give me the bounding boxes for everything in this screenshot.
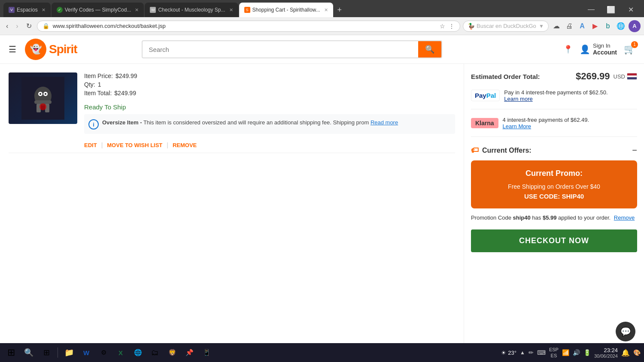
profile-button[interactable]: A xyxy=(629,20,641,32)
tab-close-verify[interactable]: ✕ xyxy=(135,7,139,13)
ext-icon-bing[interactable]: b xyxy=(603,21,613,31)
taskbar-widgets[interactable]: ⊞ xyxy=(39,345,54,360)
info-icon: i xyxy=(88,119,99,130)
taskbar-files[interactable]: 🗂 xyxy=(147,345,163,360)
date-display: 30/06/2024 xyxy=(594,353,618,359)
system-tray-up[interactable]: ▲ xyxy=(520,350,525,356)
tab-label-checkout: Checkout - Muscleology Sp... xyxy=(158,7,225,13)
locale-label: ESPES xyxy=(549,347,559,359)
search-input[interactable] xyxy=(143,42,418,57)
tab-close-checkout[interactable]: ✕ xyxy=(229,7,233,13)
remove-button[interactable]: REMOVE xyxy=(173,142,197,148)
reload-button[interactable]: ↻ xyxy=(24,20,34,32)
item-qty-value: 1 xyxy=(98,81,101,88)
keyboard-icon[interactable]: ⌨ xyxy=(537,349,546,356)
color-picker-icon[interactable]: 🎨 xyxy=(633,349,641,356)
promo-code-value: SHIP40 xyxy=(562,193,584,200)
ext-icon-globe[interactable]: 🌐 xyxy=(616,21,626,31)
taskbar-search[interactable]: 🔍 xyxy=(21,345,37,360)
promo-description: Free Shipping on Orders Over $40 xyxy=(480,183,629,190)
paypal-text-sky: Pal xyxy=(486,92,496,99)
close-button[interactable]: ✕ xyxy=(621,3,641,16)
taskbar-edge[interactable]: 🌐 xyxy=(130,345,146,360)
tag-icon: 🏷 xyxy=(471,146,479,155)
taskbar-separator xyxy=(58,347,58,358)
taskbar-right: ☀ 23° ▲ ✏ ⌨ ESPES 📶 🔊 🔋 23:24 30/06/2024… xyxy=(501,347,641,359)
ext-icon-a[interactable]: A xyxy=(577,21,587,31)
chat-bubble[interactable]: 💬 xyxy=(616,322,635,341)
ext-icon-1[interactable]: ☁ xyxy=(551,21,562,31)
klarna-learn-more-link[interactable]: Learn More xyxy=(503,123,589,130)
tab-icon-v: V xyxy=(9,7,15,13)
remove-promo-link[interactable]: Remove xyxy=(614,214,635,221)
back-button[interactable]: ‹ xyxy=(3,21,11,32)
minimize-button[interactable]: — xyxy=(581,3,601,16)
pen-icon[interactable]: ✏ xyxy=(529,349,534,356)
user-icon: 👤 xyxy=(580,44,590,54)
tab-label-verify: Verify Codes — SimplyCod... xyxy=(65,7,131,13)
collapse-offers-button[interactable]: − xyxy=(632,145,637,155)
battery-icon[interactable]: 🔋 xyxy=(583,349,591,356)
temperature: 23° xyxy=(508,350,516,356)
read-more-link[interactable]: Read more xyxy=(371,119,398,126)
tab-spirit[interactable]: S Shopping Cart - Spirithallow... ✕ xyxy=(239,3,333,17)
search-box-nav[interactable]: 🦆 Buscar en DuckDuckGo ▼ xyxy=(463,21,549,32)
taskbar-brave[interactable]: 🦁 xyxy=(164,345,180,360)
location-icon: 📍 xyxy=(563,45,573,54)
taskbar: ⊞ 🔍 ⊞ 📁 W ⚙ X 🌐 🗂 🦁 📌 📱 ☀ 23° ▲ ✏ ⌨ ESPE… xyxy=(0,343,644,362)
wifi-icon[interactable]: 📶 xyxy=(562,349,569,356)
paypal-text-blue: Pay xyxy=(475,92,486,99)
address-text: www.spirithalloween.com/checkout/basket.… xyxy=(53,23,166,29)
bookmark-icon[interactable]: ☆ xyxy=(440,23,445,30)
hamburger-menu[interactable]: ☰ xyxy=(9,44,16,54)
tab-label-spirit: Shopping Cart - Spirithallow... xyxy=(252,7,320,13)
ext-icon-adobe[interactable]: ▶ xyxy=(590,21,600,31)
tab-v[interactable]: V Espacios ✕ xyxy=(3,3,51,17)
new-tab-button[interactable]: + xyxy=(334,3,346,17)
tab-close-spirit[interactable]: ✕ xyxy=(324,7,328,13)
cart-item: Item Price: $249.99 Qty: 1 Item Total: $… xyxy=(9,68,455,153)
taskbar-file-explorer[interactable]: 📁 xyxy=(61,345,77,360)
tab-verify[interactable]: ✓ Verify Codes — SimplyCod... ✕ xyxy=(52,3,144,17)
time-display: 23:24 xyxy=(594,347,618,353)
item-price-value: $249.99 xyxy=(115,72,137,79)
site-logo[interactable]: 👻 Spirit xyxy=(25,39,77,60)
tab-close-v[interactable]: ✕ xyxy=(42,7,46,13)
address-bar[interactable]: 🔒 www.spirithalloween.com/checkout/baske… xyxy=(37,21,460,32)
paypal-logo: PayPal xyxy=(471,90,500,101)
taskbar-excel[interactable]: X xyxy=(113,345,128,360)
ext-icon-2[interactable]: 🖨 xyxy=(564,21,574,31)
paypal-learn-more-link[interactable]: Learn more xyxy=(504,96,608,102)
start-button[interactable]: ⊞ xyxy=(3,345,19,360)
location-button[interactable]: 📍 xyxy=(563,45,573,54)
move-to-wish-button[interactable]: MOVE TO WISH LIST xyxy=(107,142,162,148)
taskbar-whatsapp[interactable]: 📱 xyxy=(199,345,214,360)
item-qty-label: Qty: xyxy=(84,81,95,88)
edit-button[interactable]: EDIT xyxy=(84,142,97,148)
svg-point-9 xyxy=(39,103,46,110)
sign-in-button[interactable]: 👤 Sign In Account xyxy=(580,42,617,56)
svg-rect-6 xyxy=(34,100,52,104)
extensions-icon[interactable]: ⋮ xyxy=(449,23,455,30)
tab-checkout[interactable]: M Checkout - Muscleology Sp... ✕ xyxy=(145,3,238,17)
notification-icon[interactable]: 🔔 xyxy=(621,349,630,357)
taskbar-word[interactable]: W xyxy=(79,345,94,360)
tab-icon-checkout: M xyxy=(150,7,156,13)
item-price-label: Item Price: xyxy=(84,72,113,79)
search-submit-button[interactable]: 🔍 xyxy=(418,41,441,57)
promo-discount: $5.99 xyxy=(543,214,557,221)
currency-code: USD xyxy=(614,73,625,80)
checkout-now-button[interactable]: CHECKOUT NOW xyxy=(471,229,637,252)
taskbar-clock: 23:24 30/06/2024 xyxy=(594,347,618,359)
oversize-notice: i Oversize Item - This item is considere… xyxy=(84,114,455,134)
taskbar-settings[interactable]: ⚙ xyxy=(96,345,111,360)
cart-button[interactable]: 🛒 1 xyxy=(624,44,635,55)
forward-button[interactable]: › xyxy=(13,21,21,32)
sign-in-label: Sign In xyxy=(593,42,617,49)
lock-icon: 🔒 xyxy=(43,23,49,29)
maximize-button[interactable]: ⬜ xyxy=(601,3,621,16)
header-search-bar: 🔍 xyxy=(142,40,442,58)
volume-icon[interactable]: 🔊 xyxy=(573,349,580,356)
oversize-text: This item is considered oversized and wi… xyxy=(143,119,369,126)
taskbar-pocket[interactable]: 📌 xyxy=(182,345,197,360)
